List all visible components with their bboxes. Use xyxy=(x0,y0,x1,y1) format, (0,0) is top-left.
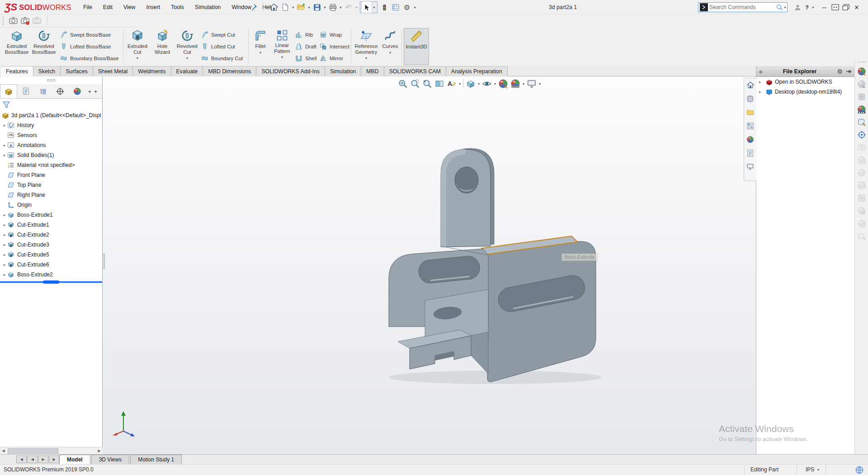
fillet-button[interactable]: Fillet ▾ xyxy=(250,28,270,65)
print-button[interactable] xyxy=(327,1,338,13)
curves-dropdown-icon[interactable]: ▾ xyxy=(389,51,391,55)
linear-pattern-dropdown-icon[interactable]: ▾ xyxy=(281,55,283,59)
view-orientation-dropdown-icon[interactable]: ▾ xyxy=(478,82,480,86)
view-palette-icon[interactable] xyxy=(746,122,754,130)
file-explorer-icon[interactable] xyxy=(746,109,754,116)
panel-tab-scroll-left-icon[interactable]: ◂ xyxy=(86,84,93,98)
tree-item-top-plane[interactable]: Top Plane xyxy=(0,180,102,190)
select-tool-button[interactable] xyxy=(361,1,372,13)
panel-tab-scroll-right-icon[interactable]: ▸ xyxy=(93,84,99,98)
previous-view-icon[interactable] xyxy=(422,79,432,89)
print-dropdown-icon[interactable]: ▾ xyxy=(339,5,343,10)
select-tool-dropdown-icon[interactable]: ▾ xyxy=(372,5,376,10)
tab-sheet-metal[interactable]: Sheet Metal xyxy=(93,66,133,76)
render-selection-icon[interactable] xyxy=(857,194,866,203)
expand-arrow-icon[interactable]: ▸ xyxy=(759,90,764,94)
tree-item-history[interactable]: ▸ History xyxy=(0,120,102,130)
expand-arrow-icon[interactable]: ▸ xyxy=(2,143,7,147)
expand-arrow-icon[interactable]: ▸ xyxy=(2,242,7,247)
help-dropdown-icon[interactable]: ▾ xyxy=(811,5,815,10)
minimize-button[interactable]: ─ xyxy=(819,0,830,14)
tree-item-front-plane[interactable]: Front Plane xyxy=(0,170,102,180)
user-account-icon[interactable] xyxy=(792,0,803,14)
undo-button[interactable]: ↶ xyxy=(343,1,354,13)
open-dropdown-icon[interactable]: ▾ xyxy=(307,5,311,10)
tree-item-cut-extrude1[interactable]: ▸ Cut-Extrude1 xyxy=(0,220,102,230)
toolbar-drag-handle[interactable] xyxy=(3,17,5,25)
tab-surfaces[interactable]: Surfaces xyxy=(61,66,93,76)
next-tab-icon[interactable]: ▶ xyxy=(38,456,48,463)
extruded-cut-button[interactable]: ExtrudedCut ▾ xyxy=(126,28,149,65)
menu-edit[interactable]: Edit xyxy=(98,0,118,14)
custom-properties-icon[interactable] xyxy=(746,149,754,157)
extruded-boss-base-button[interactable]: ExtrudedBoss/Base xyxy=(4,28,30,65)
hole-wizard-button[interactable]: HoleWizard xyxy=(151,28,174,65)
curves-button[interactable]: Curves ▾ xyxy=(381,28,400,65)
intersect-button[interactable]: Intersect xyxy=(319,42,349,52)
close-button[interactable]: ✕ xyxy=(851,0,862,14)
panel-splitter-handle[interactable] xyxy=(102,253,105,269)
apply-scene-icon[interactable] xyxy=(510,79,520,89)
panel-horizontal-scrollbar[interactable]: ◀ ▶ xyxy=(0,447,103,454)
tab-solidworks-add-ins[interactable]: SOLIDWORKS Add-Ins xyxy=(256,66,325,76)
wrap-button[interactable]: Wrap xyxy=(319,30,342,40)
tree-item-boss-extrude2[interactable]: ▸ Boss-Extrude2 xyxy=(0,270,102,280)
edit-decal-icon[interactable] xyxy=(857,118,866,127)
expand-arrow-icon[interactable]: ▸ xyxy=(2,272,7,277)
settings-dropdown-icon[interactable]: ▾ xyxy=(413,5,417,10)
forum-icon[interactable] xyxy=(746,163,754,171)
menu-view[interactable]: View xyxy=(118,0,141,14)
feature-manager-tab[interactable] xyxy=(0,84,17,98)
doc-tab-motion-study-1[interactable]: Motion Study 1 xyxy=(130,455,182,464)
integrated-preview-icon[interactable] xyxy=(857,156,866,165)
new-document-button[interactable] xyxy=(280,1,291,13)
file-explorer-item-desktop[interactable]: ▸ Desktop (desktop-nm189t4) xyxy=(756,87,854,97)
expand-arrow-icon[interactable]: ▸ xyxy=(2,262,7,267)
task-pane-options-gear-icon[interactable]: ⚙ xyxy=(837,68,843,75)
rebuild-button[interactable] xyxy=(379,1,390,13)
boundary-boss-base-button[interactable]: Boundary Boss/Base xyxy=(60,53,118,63)
extruded-cut-dropdown-icon[interactable]: ▾ xyxy=(137,56,138,60)
tree-item-boss-extrude1[interactable]: ▸ Boss-Extrude1 xyxy=(0,210,102,220)
annotation-views-icon[interactable]: A xyxy=(447,79,457,89)
instant3d-button[interactable]: Instant3D xyxy=(404,28,429,65)
edit-appearance-icon[interactable] xyxy=(857,67,866,76)
tab-analysis-preparation[interactable]: Analysis Preparation xyxy=(446,66,508,76)
zoom-to-area-icon[interactable] xyxy=(410,79,420,89)
tree-item-annotations[interactable]: ▸ Annotations xyxy=(0,140,102,150)
copy-appearance-icon[interactable] xyxy=(857,80,866,89)
home-button[interactable] xyxy=(269,1,279,13)
first-tab-icon[interactable]: ◀ xyxy=(16,456,27,463)
web-help-globe-icon[interactable] xyxy=(855,466,863,474)
new-document-dropdown-icon[interactable]: ▾ xyxy=(291,5,295,10)
mirror-button[interactable]: Mirror xyxy=(319,53,343,63)
status-units[interactable]: IPS xyxy=(806,465,814,475)
tab-simulation[interactable]: Simulation xyxy=(325,66,361,76)
rib-button[interactable]: Rib xyxy=(295,30,313,40)
tree-item-cut-extrude6[interactable]: ▸ Cut-Extrude6 xyxy=(0,260,102,270)
tree-item-cut-extrude3[interactable]: ▸ Cut-Extrude3 xyxy=(0,240,102,250)
tree-item-cut-extrude2[interactable]: ▸ Cut-Extrude2 xyxy=(0,230,102,240)
hide-show-items-icon[interactable] xyxy=(482,79,492,89)
tree-item-cut-extrude5[interactable]: ▸ Cut-Extrude5 xyxy=(0,250,102,260)
stop-record-button[interactable] xyxy=(31,15,42,26)
part-3d-model[interactable] xyxy=(380,144,606,390)
recall-last-render-icon[interactable] xyxy=(857,232,866,241)
menu-file[interactable]: File xyxy=(78,0,98,14)
expand-arrow-icon[interactable]: ▸ xyxy=(2,233,7,237)
view-orientation-icon[interactable] xyxy=(466,79,476,89)
tree-item-solid-bodies[interactable]: ▸ Solid Bodies(1) xyxy=(0,150,102,160)
help-button[interactable]: ? xyxy=(803,0,811,14)
shell-button[interactable]: Shell xyxy=(295,53,317,63)
record-video-button[interactable] xyxy=(19,15,31,26)
final-render-icon[interactable] xyxy=(857,168,866,177)
swept-cut-button[interactable]: Swept Cut xyxy=(201,30,235,40)
boundary-cut-button[interactable]: Boundary Cut xyxy=(201,53,243,63)
swept-boss-base-button[interactable]: Swept Boss/Base xyxy=(60,30,111,40)
linear-pattern-button[interactable]: LinearPattern ▾ xyxy=(271,28,293,65)
scrollbar-thumb[interactable] xyxy=(8,448,58,454)
tab-mbd-dimensions[interactable]: MBD Dimensions xyxy=(203,66,256,76)
tab-solidworks-cam[interactable]: SOLIDWORKS CAM xyxy=(384,66,446,76)
view-settings-icon[interactable] xyxy=(527,79,537,89)
render-options-icon[interactable] xyxy=(857,206,866,215)
